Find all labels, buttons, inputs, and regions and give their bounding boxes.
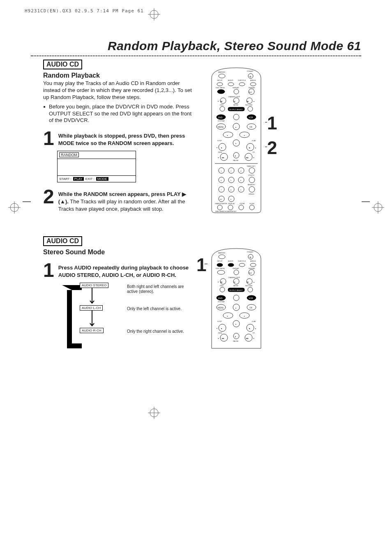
svg-point-136 <box>250 263 256 267</box>
svg-text:⏸: ⏸ <box>235 336 236 338</box>
step-text: Press AUDIO repeatedly during playback t… <box>58 265 189 278</box>
svg-text:PAUSE: PAUSE <box>233 159 239 161</box>
step-number: 2 <box>43 189 54 205</box>
svg-point-122 <box>249 205 254 210</box>
svg-point-173 <box>223 313 233 318</box>
svg-text:▲: ▲ <box>235 126 237 128</box>
step-text: While the RANDOM screen appears, press P… <box>58 191 195 212</box>
svg-point-163 <box>233 295 239 301</box>
prep-list: Before you begin, place the DVD/VCR in D… <box>43 104 195 124</box>
svg-point-125 <box>219 255 225 259</box>
audio-mode-stereo: AUDIO STEREO <box>80 283 108 288</box>
osd-exit-label: EXIT : <box>85 177 95 181</box>
step-bold: While the RANDOM screen appears, press P… <box>58 191 182 197</box>
svg-text:▲: ▲ <box>253 281 255 283</box>
svg-text:AUDIO: AUDIO <box>228 260 233 262</box>
svg-text:SEARCH MODE: SEARCH MODE <box>215 203 227 205</box>
audio-mode-rch: AUDIO R-CH <box>80 328 104 333</box>
prep-item: Before you begin, place the DVD/VCR in D… <box>43 104 195 124</box>
osd-start-label: START : <box>59 177 71 181</box>
dotted-rule <box>31 55 361 56</box>
remote-illustration-partial: MARKER POWER ⏻ SETUP AUDIO SUBTITLE ANGL… <box>208 246 265 349</box>
svg-point-138 <box>217 270 225 274</box>
svg-text:▶▶: ▶▶ <box>246 157 249 159</box>
svg-text:POWER: POWER <box>247 251 253 253</box>
svg-text:A-B: A-B <box>249 272 252 274</box>
title-block: Random Playback, Stereo Sound Mode 61 <box>31 39 361 56</box>
osd-title: RANDOM <box>59 152 79 157</box>
intro-text: You may play the Tracks of an Audio CD i… <box>43 80 195 101</box>
registration-mark-icon <box>148 8 160 21</box>
svg-text:▲: ▲ <box>235 307 237 309</box>
svg-text:OUTPUT SELECT: OUTPUT SELECT <box>229 289 243 291</box>
svg-text:TIME SEARCH: TIME SEARCH <box>215 210 226 212</box>
svg-text:⏸: ⏸ <box>235 155 236 157</box>
svg-text:⏯: ⏯ <box>234 281 235 283</box>
step-2: 2 While the RANDOM screen appears, press… <box>43 189 195 212</box>
svg-text:DVD: DVD <box>218 297 223 299</box>
svg-point-109 <box>249 187 255 192</box>
svg-text:SLOW: SLOW <box>249 203 254 205</box>
svg-text:STOP: STOP <box>217 140 222 142</box>
registration-mark-icon <box>8 201 21 214</box>
svg-point-17 <box>217 83 223 86</box>
svg-point-121 <box>239 205 244 210</box>
svg-text:MARKER: MARKER <box>218 252 225 254</box>
section-label: AUDIO CD <box>43 236 82 246</box>
registration-mark-icon <box>148 407 160 419</box>
svg-text:SYSTEM: SYSTEM <box>218 120 224 122</box>
svg-text:A-B: A-B <box>249 91 252 93</box>
section-stereo-sound: AUDIO CD Stereo Sound Mode 1 Press AUDIO… <box>43 236 195 352</box>
registration-mark-icon <box>372 201 384 214</box>
section-label: AUDIO CD <box>43 60 82 69</box>
svg-text:DISC: DISC <box>220 285 224 287</box>
svg-text:⏮: ⏮ <box>221 100 222 102</box>
svg-text:DISPLAY: DISPLAY <box>228 203 235 205</box>
crop-rule <box>23 201 31 202</box>
svg-point-157 <box>220 287 225 292</box>
svg-text:SYSTEM: SYSTEM <box>218 301 224 303</box>
svg-text:◀◀: ◀◀ <box>221 337 224 339</box>
svg-point-120 <box>228 205 233 210</box>
audio-desc: Only the right channel is active. <box>127 329 189 334</box>
svg-text:◄: ◄ <box>217 337 219 339</box>
print-header: H9231CD(EN).QX3 02.9.5 7:14 PM Page 61 <box>25 8 144 14</box>
svg-point-160 <box>248 287 253 292</box>
step-text: While playback is stopped, press DVD, th… <box>58 133 185 146</box>
svg-text:▼: ▼ <box>216 147 218 149</box>
svg-text:ZOOM: ZOOM <box>240 203 244 205</box>
svg-text:REW: REW <box>218 151 222 153</box>
step-1: 1 While playback is stopped, press DVD, … <box>43 131 195 147</box>
svg-text:DATE/RESET: DATE/RESET <box>226 210 237 212</box>
svg-text:▼: ▼ <box>217 281 219 283</box>
svg-text:+10: +10 <box>219 198 222 200</box>
page-title: Random Playback, Stereo Sound Mode 61 <box>31 39 361 53</box>
svg-point-25 <box>217 90 225 94</box>
svg-point-19 <box>228 83 234 86</box>
svg-text:▶▶: ▶▶ <box>246 337 249 339</box>
svg-point-50 <box>233 114 239 120</box>
svg-point-184 <box>247 324 254 332</box>
svg-text:VCR/TV: VCR/TV <box>248 174 254 176</box>
svg-text:PAUSE: PAUSE <box>233 340 239 342</box>
audio-mode-lch: AUDIO L-CH <box>80 305 103 311</box>
svg-point-119 <box>217 205 222 210</box>
svg-text:◄: ◄ <box>226 134 228 136</box>
svg-text:OUTPUT SELECT: OUTPUT SELECT <box>229 108 243 111</box>
step-rest: The Tracks will play in random order. Af… <box>58 198 185 212</box>
svg-text:▼: ▼ <box>235 323 237 325</box>
svg-point-5 <box>10 203 18 212</box>
svg-text:CHANNEL SKIP: CHANNEL SKIP <box>228 276 240 279</box>
svg-point-130 <box>217 263 223 267</box>
svg-point-23 <box>250 83 256 86</box>
step-number: 1 <box>43 131 54 146</box>
svg-text:MARKER: MARKER <box>218 71 225 73</box>
osd-play-key: PLAY <box>73 177 84 181</box>
crop-rule <box>362 201 370 202</box>
svg-text:RETURN: RETURN <box>245 104 252 106</box>
svg-point-101 <box>249 177 255 183</box>
step-number: 1 <box>43 263 54 278</box>
svg-text:⏭: ⏭ <box>247 100 249 102</box>
svg-text:MODE: MODE <box>233 104 238 106</box>
svg-text:►: ► <box>244 134 245 136</box>
